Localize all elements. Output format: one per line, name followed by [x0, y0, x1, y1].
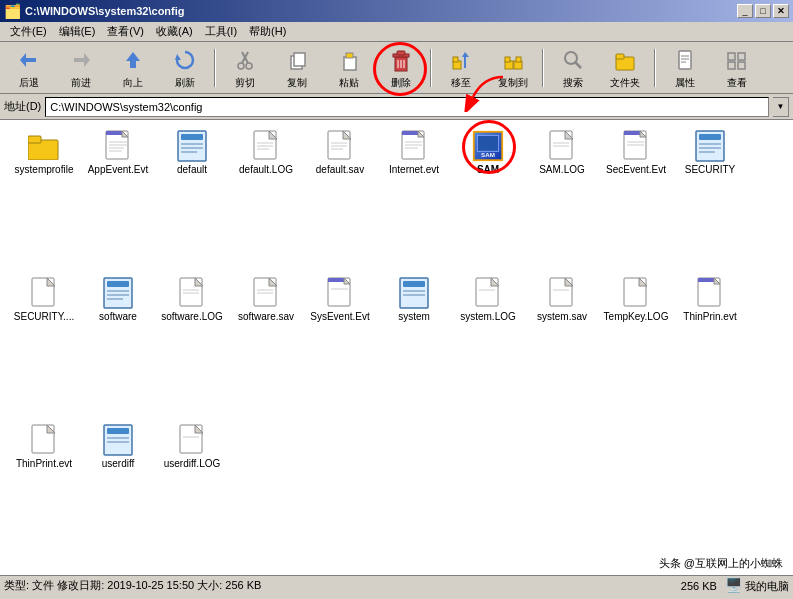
file-name: ThinPrint.evt	[16, 458, 72, 469]
file-security[interactable]: SECURITY	[674, 128, 746, 273]
menu-tools[interactable]: 工具(I)	[199, 22, 243, 41]
file-secevent[interactable]: SecEvent.Evt	[600, 128, 672, 273]
file-name: software.sav	[238, 311, 294, 322]
file-name: software	[99, 311, 137, 322]
svg-rect-70	[477, 135, 498, 151]
svg-marker-3	[175, 54, 181, 60]
file-userdiff-log[interactable]: userdiff.LOG	[156, 422, 228, 567]
status-size: 256 KB	[681, 580, 717, 592]
cut-button[interactable]: 剪切	[220, 45, 270, 91]
delete-button[interactable]: 删除	[376, 45, 426, 91]
svg-point-6	[238, 63, 244, 69]
file-security-dots[interactable]: SECURITY....	[8, 275, 80, 420]
svg-point-7	[246, 63, 252, 69]
file-name: SAM.LOG	[539, 164, 585, 175]
file-name: software.LOG	[161, 311, 223, 322]
svg-rect-29	[616, 54, 624, 59]
back-button[interactable]: 后退	[4, 45, 54, 91]
file-system-sav[interactable]: system.sav	[526, 275, 598, 420]
menu-edit[interactable]: 编辑(E)	[53, 22, 102, 41]
file-name: Internet.evt	[389, 164, 439, 175]
file-internet-evt[interactable]: Internet.evt	[378, 128, 450, 273]
copy-to-button[interactable]: 复制到	[488, 45, 538, 91]
refresh-button[interactable]: 刷新	[160, 45, 210, 91]
evt-icon	[102, 130, 134, 162]
file-software-sav[interactable]: software.sav	[230, 275, 302, 420]
file-name: SECURITY	[685, 164, 736, 175]
svg-rect-11	[346, 53, 353, 58]
file-sam[interactable]: SAM SAM	[452, 128, 524, 273]
maximize-button[interactable]: □	[755, 4, 771, 18]
toolbar-sep-3	[542, 49, 544, 87]
file-name: userdiff	[102, 458, 135, 469]
copy-button[interactable]: 复制	[272, 45, 322, 91]
file-name: TempKey.LOG	[604, 311, 669, 322]
delete-icon	[387, 46, 415, 74]
forward-button[interactable]: 前进	[56, 45, 106, 91]
file-userdiff[interactable]: userdiff	[82, 422, 154, 567]
folder-icon	[611, 46, 639, 74]
file-name: SAM	[477, 164, 499, 175]
minimize-button[interactable]: _	[737, 4, 753, 18]
file-system-log[interactable]: system.LOG	[452, 275, 524, 420]
svg-rect-19	[453, 57, 458, 62]
status-location: 🖥️ 我的电脑	[725, 577, 789, 594]
file-icon	[176, 277, 208, 309]
address-input[interactable]: C:\WINDOWS\system32\config	[45, 97, 769, 117]
menu-help[interactable]: 帮助(H)	[243, 22, 292, 41]
file-sysevent[interactable]: SysEvent.Evt	[304, 275, 376, 420]
file-default-sav[interactable]: default.sav	[304, 128, 376, 273]
svg-rect-36	[728, 62, 735, 69]
move-button[interactable]: 移至	[436, 45, 486, 91]
reg-icon	[398, 277, 430, 309]
file-icon	[28, 424, 60, 456]
file-default-log[interactable]: default.LOG	[230, 128, 302, 273]
file-system[interactable]: system	[378, 275, 450, 420]
file-default[interactable]: default	[156, 128, 228, 273]
reg-icon	[102, 424, 134, 456]
file-thinprin-evt[interactable]: ThinPrin.evt	[674, 275, 746, 420]
file-name: system.LOG	[460, 311, 516, 322]
svg-rect-77	[624, 131, 640, 135]
file-systemprofile[interactable]: systemprofile	[8, 128, 80, 273]
view-button[interactable]: 查看	[712, 45, 762, 91]
file-name: systemprofile	[15, 164, 74, 175]
move-icon	[447, 46, 475, 74]
file-software[interactable]: software	[82, 275, 154, 420]
properties-button[interactable]: 属性	[660, 45, 710, 91]
svg-rect-37	[738, 62, 745, 69]
file-name: system	[398, 311, 430, 322]
svg-rect-106	[403, 281, 425, 287]
file-thinprint-evt[interactable]: ThinPrint.evt	[8, 422, 80, 567]
svg-text:SAM: SAM	[481, 151, 495, 158]
address-label: 地址(D)	[4, 99, 41, 114]
file-appevent[interactable]: AppEvent.Evt	[82, 128, 154, 273]
file-name: default.sav	[316, 164, 364, 175]
svg-marker-2	[126, 52, 140, 68]
view-icon	[723, 46, 751, 74]
file-sam-log[interactable]: SAM.LOG	[526, 128, 598, 273]
svg-rect-30	[679, 51, 691, 69]
reg-icon	[176, 130, 208, 162]
folder-button[interactable]: 文件夹	[600, 45, 650, 91]
address-dropdown[interactable]: ▼	[773, 97, 789, 117]
menu-view[interactable]: 查看(V)	[101, 22, 150, 41]
svg-rect-82	[699, 134, 721, 140]
toolbar-sep-1	[214, 49, 216, 87]
file-name: ThinPrin.evt	[683, 311, 736, 322]
cut-icon	[231, 46, 259, 74]
up-button[interactable]: 向上	[108, 45, 158, 91]
menu-file[interactable]: 文件(E)	[4, 22, 53, 41]
file-name: AppEvent.Evt	[88, 164, 149, 175]
menu-favorites[interactable]: 收藏(A)	[150, 22, 199, 41]
close-button[interactable]: ✕	[773, 4, 789, 18]
file-tempkey-log[interactable]: TempKey.LOG	[600, 275, 672, 420]
file-icon	[176, 424, 208, 456]
file-icon	[546, 277, 578, 309]
paste-button[interactable]: 粘贴	[324, 45, 374, 91]
file-software-log[interactable]: software.LOG	[156, 275, 228, 420]
file-icon	[472, 277, 504, 309]
search-button[interactable]: 搜索	[548, 45, 598, 91]
copy-icon	[283, 46, 311, 74]
svg-rect-118	[698, 278, 714, 282]
